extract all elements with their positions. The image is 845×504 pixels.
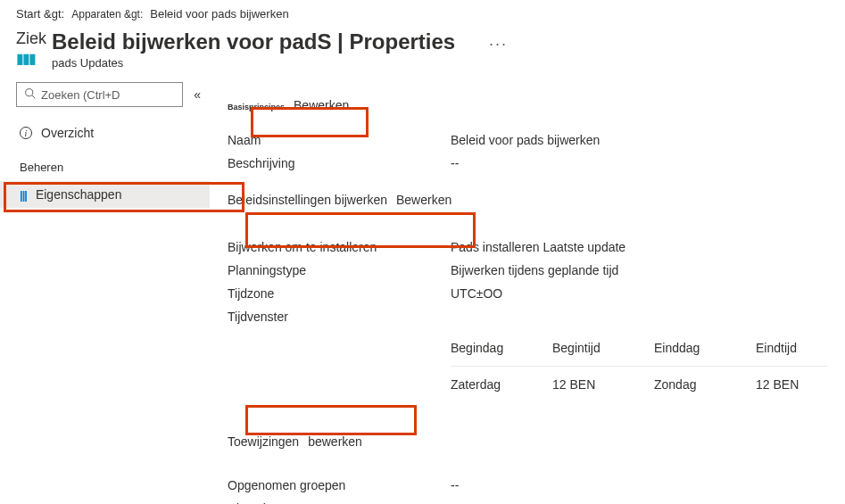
- description-value: --: [451, 156, 459, 170]
- cell-starttime: 12 BEN: [552, 377, 624, 392]
- time-window-label: Tijdvenster: [228, 310, 451, 324]
- nav-section-manage: Beheren: [16, 146, 201, 181]
- name-value: Beleid voor pads bijwerken: [451, 133, 600, 147]
- policy-label: Beleidsinstellingen bijwerken: [228, 193, 387, 207]
- cell-endday: Zondag: [654, 377, 725, 392]
- policy-edit-link[interactable]: Bewerken: [396, 193, 451, 207]
- basics-edit-link[interactable]: Bewerken: [294, 98, 349, 112]
- main-content: Basisprincipes Bewerken Naam Beleid voor…: [210, 73, 845, 504]
- plan-type-label: Planningstype: [228, 263, 451, 277]
- update-install-value: Pads installeren Laatste update: [451, 240, 625, 254]
- section-basics-header: Basisprincipes Bewerken: [228, 98, 827, 112]
- assignments-label: Toewijzingen: [228, 434, 299, 449]
- collapse-sidebar-icon[interactable]: «: [194, 87, 201, 102]
- plan-type-value: Bijwerken tijdens geplande tijd: [451, 263, 618, 277]
- col-endtime: Eindtijd: [756, 341, 827, 355]
- header-policy-icon: ▮▮▮: [16, 50, 52, 67]
- description-label: Beschrijving: [228, 156, 451, 170]
- properties-icon: |||: [20, 188, 27, 202]
- time-table-row-1: Zaterdag 12 BEN Zondag 12 BEN: [451, 370, 827, 399]
- page-title: Beleid bijwerken voor padS | Properties: [52, 29, 455, 54]
- time-window-table: Begindag Begintijd Einddag Eindtijd Zate…: [451, 334, 827, 399]
- col-endday: Einddag: [654, 341, 725, 355]
- update-install-label: Bijwerken om te installeren: [228, 240, 451, 254]
- svg-line-1: [32, 95, 35, 98]
- breadcrumb-current: Beleid voor pads bijwerken: [150, 7, 288, 21]
- cell-endtime: 12 BEN: [756, 377, 827, 392]
- included-groups-value: --: [451, 478, 459, 492]
- sidebar: Zoeken (Ctrl+D « i Overzicht Beheren |||…: [0, 73, 210, 504]
- header-ziek: Ziek: [16, 29, 52, 48]
- timezone-value: UTC±OO: [451, 286, 502, 301]
- search-placeholder: Zoeken (Ctrl+D: [41, 88, 120, 102]
- col-starttime: Begintijd: [552, 341, 624, 355]
- page-subtitle: pads Updates: [52, 56, 455, 70]
- basics-label: Basisprincipes: [228, 103, 285, 112]
- nav-overview-label: Overzicht: [41, 126, 94, 140]
- more-button[interactable]: ···: [489, 29, 829, 54]
- section-policy-header: Beleidsinstellingen bijwerken Bewerken: [228, 193, 827, 207]
- search-input[interactable]: Zoeken (Ctrl+D: [16, 82, 183, 107]
- search-icon: [24, 87, 36, 102]
- section-assignments-header: Toewijzingen bewerken: [228, 434, 827, 449]
- breadcrumb-home[interactable]: Start &gt:: [16, 7, 64, 21]
- time-table-header-row: Begindag Begintijd Einddag Eindtijd: [451, 334, 827, 362]
- breadcrumb-devices[interactable]: Apparaten &gt:: [71, 8, 143, 21]
- cell-startday: Zaterdag: [451, 377, 522, 392]
- timezone-label: Tijdzone: [228, 286, 451, 301]
- nav-overview[interactable]: i Overzicht: [16, 120, 201, 146]
- page-header: Ziek ▮▮▮ Beleid bijwerken voor padS | Pr…: [0, 24, 845, 73]
- included-groups-label: Opgenomen groepen: [228, 478, 451, 492]
- nav-properties[interactable]: ||| Eigenschappen: [0, 181, 210, 208]
- breadcrumb: Start &gt: Apparaten &gt: Beleid voor pa…: [0, 0, 845, 24]
- info-icon: i: [20, 127, 32, 139]
- assignments-edit-link[interactable]: bewerken: [308, 434, 362, 449]
- col-startday: Begindag: [451, 341, 522, 355]
- name-label: Naam: [228, 133, 451, 147]
- svg-point-0: [26, 89, 33, 96]
- nav-properties-label: Eigenschappen: [36, 187, 122, 202]
